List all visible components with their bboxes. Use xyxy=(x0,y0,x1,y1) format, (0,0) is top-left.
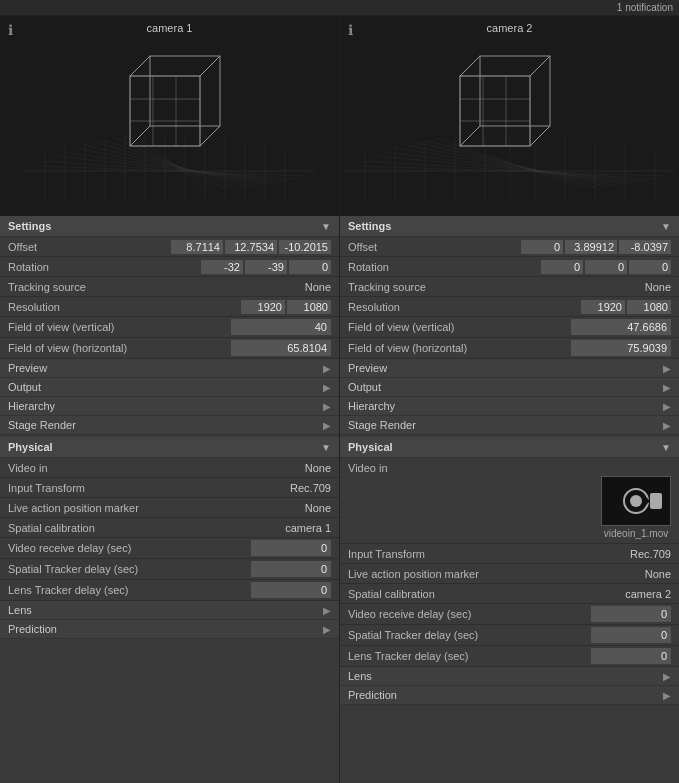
camera1-video-delay-slider[interactable]: 0 xyxy=(251,540,331,556)
camera2-rotation-y[interactable] xyxy=(585,260,627,274)
camera1-offset-inputs xyxy=(171,240,331,254)
camera2-prediction-row[interactable]: Prediction ▶ xyxy=(340,686,679,705)
camera2-physical-label: Physical xyxy=(348,441,393,453)
camera1-offset-row: Offset xyxy=(0,237,339,257)
camera2-rotation-x[interactable] xyxy=(541,260,583,274)
camera1-fov-h-label: Field of view (horizontal) xyxy=(8,342,231,354)
camera1-output-label: Output xyxy=(8,381,323,393)
camera2-prediction-arrow: ▶ xyxy=(663,690,671,701)
camera2-fov-h-value: 75.9039 xyxy=(627,342,667,354)
camera1-spatial-delay-label: Spatial Tracker delay (sec) xyxy=(8,563,251,575)
camera1-output-row[interactable]: Output ▶ xyxy=(0,378,339,397)
camera2-hierarchy-row[interactable]: Hierarchy ▶ xyxy=(340,397,679,416)
camera2-input-transform-label: Input Transform xyxy=(348,548,630,560)
camera1-settings-arrow: ▼ xyxy=(321,221,331,232)
camera2-fov-h-slider[interactable]: 75.9039 xyxy=(571,340,671,356)
camera2-live-action-value: None xyxy=(645,568,671,580)
camera1-prediction-row[interactable]: Prediction ▶ xyxy=(0,620,339,639)
camera1-physical-header[interactable]: Physical ▼ xyxy=(0,437,339,458)
camera2-spatial-cal-label: Spatial calibration xyxy=(348,588,625,600)
camera2-canvas xyxy=(340,16,679,216)
camera1-input-transform-value: Rec.709 xyxy=(290,482,331,494)
camera1-hierarchy-arrow: ▶ xyxy=(323,401,331,412)
camera1-resolution-w[interactable] xyxy=(241,300,285,314)
camera2-preview-row[interactable]: Preview ▶ xyxy=(340,359,679,378)
camera1-stage-render-row[interactable]: Stage Render ▶ xyxy=(0,416,339,435)
svg-line-58 xyxy=(460,56,480,76)
camera1-spatial-cal-row: Spatial calibration camera 1 xyxy=(0,518,339,538)
svg-line-27 xyxy=(130,56,150,76)
camera2-offset-z[interactable] xyxy=(619,240,671,254)
camera2-offset-row: Offset xyxy=(340,237,679,257)
camera1-live-action-value: None xyxy=(305,502,331,514)
camera1-offset-x[interactable] xyxy=(171,240,223,254)
camera1-rotation-z[interactable] xyxy=(289,260,331,274)
camera2-lens-delay-slider[interactable]: 0 xyxy=(591,648,671,664)
camera1-spatial-delay-value: 0 xyxy=(321,563,327,575)
camera2-video-filename: videoin_1.mov xyxy=(604,528,668,539)
camera1-rotation-x[interactable] xyxy=(201,260,243,274)
camera2-lens-row[interactable]: Lens ▶ xyxy=(340,667,679,686)
camera2-physical-header[interactable]: Physical ▼ xyxy=(340,437,679,458)
svg-point-68 xyxy=(630,495,642,507)
camera1-hierarchy-row[interactable]: Hierarchy ▶ xyxy=(0,397,339,416)
camera1-spatial-cal-label: Spatial calibration xyxy=(8,522,285,534)
camera1-lens-delay-slider[interactable]: 0 xyxy=(251,582,331,598)
camera1-offset-z[interactable] xyxy=(279,240,331,254)
camera2-video-delay-slider[interactable]: 0 xyxy=(591,606,671,622)
camera1-settings-header[interactable]: Settings ▼ xyxy=(0,216,339,237)
camera1-lens-row[interactable]: Lens ▶ xyxy=(0,601,339,620)
camera2-spatial-delay-label: Spatial Tracker delay (sec) xyxy=(348,629,591,641)
svg-rect-69 xyxy=(650,493,662,509)
camera2-preview-arrow: ▶ xyxy=(663,363,671,374)
svg-line-3 xyxy=(55,156,285,181)
camera2-offset-y[interactable] xyxy=(565,240,617,254)
camera2-rotation-z[interactable] xyxy=(629,260,671,274)
camera2-tracking-label: Tracking source xyxy=(348,281,645,293)
camera1-canvas xyxy=(0,16,339,216)
camera1-video-in-label: Video in xyxy=(8,462,305,474)
camera1-rotation-label: Rotation xyxy=(8,261,201,273)
svg-line-29 xyxy=(200,126,220,146)
camera1-preview-arrow: ▶ xyxy=(323,363,331,374)
camera1-output-arrow: ▶ xyxy=(323,382,331,393)
camera2-settings-header[interactable]: Settings ▼ xyxy=(340,216,679,237)
svg-line-61 xyxy=(460,126,480,146)
camera2-rotation-row: Rotation xyxy=(340,257,679,277)
camera1-physical-label: Physical xyxy=(8,441,53,453)
camera2-stage-render-row[interactable]: Stage Render ▶ xyxy=(340,416,679,435)
camera1-spatial-delay-slider[interactable]: 0 xyxy=(251,561,331,577)
camera1-offset-y[interactable] xyxy=(225,240,277,254)
camera2-fov-v-value: 47.6686 xyxy=(627,321,667,333)
camera2-resolution-h[interactable] xyxy=(627,300,671,314)
svg-line-28 xyxy=(200,56,220,76)
camera1-settings-panel: Settings ▼ Offset Rotation xyxy=(0,216,339,783)
camera1-physical-arrow: ▼ xyxy=(321,442,331,453)
camera1-rotation-y[interactable] xyxy=(245,260,287,274)
camera2-info-icon: ℹ xyxy=(348,22,353,38)
camera2-spatial-delay-slider[interactable]: 0 xyxy=(591,627,671,643)
camera2-fov-v-slider[interactable]: 47.6686 xyxy=(571,319,671,335)
camera1-resolution-h[interactable] xyxy=(287,300,331,314)
camera1-preview-row[interactable]: Preview ▶ xyxy=(0,359,339,378)
camera2-settings-label: Settings xyxy=(348,220,391,232)
camera1-fov-h-slider[interactable]: 65.8104 xyxy=(231,340,331,356)
camera2-fov-h-label: Field of view (horizontal) xyxy=(348,342,571,354)
svg-line-4 xyxy=(65,152,275,183)
camera1-stage-render-arrow: ▶ xyxy=(323,420,331,431)
camera1-tracking-row: Tracking source None xyxy=(0,277,339,297)
camera2-lens-delay-label: Lens Tracker delay (sec) xyxy=(348,650,591,662)
camera1-fov-h-value: 65.8104 xyxy=(287,342,327,354)
camera1-lens-label: Lens xyxy=(8,604,323,616)
camera1-lens-delay-row: Lens Tracker delay (sec) 0 xyxy=(0,580,339,601)
camera1-fov-v-slider[interactable]: 40 xyxy=(231,319,331,335)
camera2-input-transform-value: Rec.709 xyxy=(630,548,671,560)
camera2-output-row[interactable]: Output ▶ xyxy=(340,378,679,397)
camera1-tracking-label: Tracking source xyxy=(8,281,305,293)
camera2-settings-arrow: ▼ xyxy=(661,221,671,232)
camera2-resolution-w[interactable] xyxy=(581,300,625,314)
camera2-offset-x[interactable] xyxy=(521,240,563,254)
camera1-spatial-cal-value: camera 1 xyxy=(285,522,331,534)
camera2-resolution-row: Resolution xyxy=(340,297,679,317)
camera2-resolution-label: Resolution xyxy=(348,301,581,313)
